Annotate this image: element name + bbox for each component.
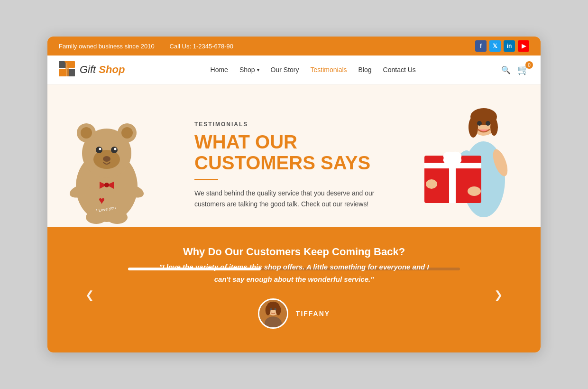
svg-point-48 [276, 305, 281, 315]
svg-point-24 [107, 211, 128, 224]
facebook-icon[interactable]: f [475, 40, 487, 52]
hero-gift-image [422, 103, 526, 227]
top-bar-social: f 𝕏 in ▶ [475, 40, 529, 52]
svg-text:♥: ♥ [99, 194, 105, 206]
testimonial-slider: ❮ "I love the variety of items this shop… [76, 261, 512, 329]
svg-point-41 [468, 186, 481, 196]
cart-badge: 0 [525, 61, 533, 69]
nav-contact[interactable]: Contact Us [383, 66, 416, 74]
hero-section: ♥ I Love you TESTIMONIALS WHAT OUR CUSTO… [47, 84, 541, 227]
hero-divider [194, 179, 218, 180]
youtube-icon[interactable]: ▶ [518, 40, 529, 52]
author-name: TIFFANY [296, 310, 330, 317]
nav-bar: Gift Shop Home Shop Our Story Testimonia… [47, 56, 541, 84]
hero-title-line2: CUSTOMERS SAYS [194, 152, 370, 173]
svg-point-47 [266, 305, 271, 315]
logo[interactable]: Gift Shop [59, 61, 125, 78]
top-bar: Family owned business since 2010 Call Us… [47, 37, 541, 56]
svg-point-40 [426, 179, 437, 189]
top-bar-left: Family owned business since 2010 Call Us… [59, 43, 233, 50]
author-avatar [258, 298, 288, 329]
nav-blog[interactable]: Blog [358, 66, 372, 74]
nav-shop[interactable]: Shop [239, 66, 259, 74]
family-text: Family owned business since 2010 [59, 43, 155, 50]
svg-point-17 [103, 156, 110, 162]
cart-icon-wrap[interactable]: 🛒 0 [517, 64, 529, 75]
testimonial-center: "I love the variety of items this shop o… [103, 261, 485, 329]
svg-point-30 [490, 119, 498, 136]
svg-point-16 [114, 148, 117, 150]
nav-actions: 🔍 🛒 0 [501, 64, 529, 75]
next-arrow[interactable]: ❯ [485, 289, 512, 301]
logo-shop: Shop [99, 64, 125, 75]
svg-point-43 [486, 121, 490, 126]
svg-point-20 [104, 183, 109, 187]
hero-description: We stand behind the quality service that… [194, 188, 394, 209]
twitter-icon[interactable]: 𝕏 [489, 40, 501, 52]
svg-rect-0 [59, 69, 66, 76]
svg-point-29 [469, 117, 478, 138]
svg-point-9 [81, 127, 92, 139]
svg-point-51 [274, 308, 276, 311]
linkedin-icon[interactable]: in [504, 40, 515, 52]
prev-arrow[interactable]: ❮ [76, 289, 103, 301]
svg-point-50 [270, 308, 272, 311]
svg-rect-4 [65, 61, 69, 76]
hero-title: WHAT OUR CUSTOMERS SAYS [194, 131, 394, 173]
nav-home[interactable]: Home [211, 66, 228, 74]
testimonial-author: TIFFANY [103, 298, 485, 329]
hero-title-line1: WHAT OUR [194, 131, 297, 152]
svg-point-15 [99, 148, 101, 150]
search-icon[interactable]: 🔍 [501, 65, 511, 74]
browser-window: Family owned business since 2010 Call Us… [47, 37, 541, 352]
svg-point-14 [111, 147, 118, 153]
hero-label: TESTIMONIALS [194, 121, 394, 128]
nav-our-story[interactable]: Our Story [271, 66, 299, 74]
svg-point-11 [121, 127, 133, 139]
testimonial-quote: "I love the variety of items this shop o… [152, 261, 436, 285]
logo-gift: Gift [80, 64, 99, 75]
svg-point-39 [449, 153, 456, 160]
svg-point-42 [477, 121, 482, 126]
testimonials-section: Why Do Our Customers Keep Coming Back? ❮… [47, 227, 541, 352]
nav-links: Home Shop Our Story Testimonials Blog Co… [211, 66, 416, 74]
logo-text: Gift Shop [80, 64, 125, 76]
hero-bear-image: ♥ I Love you [62, 113, 152, 227]
nav-testimonials[interactable]: Testimonials [311, 66, 347, 74]
hero-content: TESTIMONIALS WHAT OUR CUSTOMERS SAYS We … [194, 111, 394, 219]
svg-point-13 [96, 147, 102, 153]
call-text: Call Us: 1-2345-678-90 [170, 43, 233, 50]
logo-icon [59, 61, 76, 78]
testimonials-title: Why Do Our Customers Keep Coming Back? [76, 246, 512, 258]
